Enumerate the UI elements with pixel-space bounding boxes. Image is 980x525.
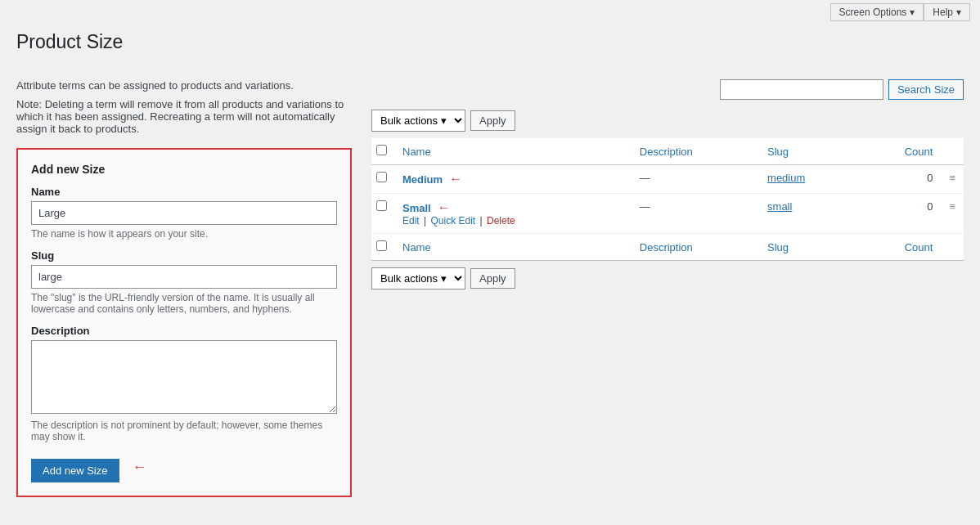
row-checkbox-0[interactable]: [376, 172, 387, 182]
col-header-description[interactable]: Description: [632, 138, 759, 165]
add-new-size-button[interactable]: Add new Size: [31, 459, 119, 482]
row-arrow-icon-0: ←: [449, 172, 462, 186]
term-actions-1: Edit | Quick Edit | Delete: [402, 215, 623, 227]
slug-label: Slug: [31, 249, 337, 262]
attribute-info-text: Attribute terms can be assigned to produ…: [16, 79, 352, 92]
name-field: Name The name is how it appears on your …: [31, 186, 337, 240]
col-header-count[interactable]: Count: [859, 138, 942, 165]
description-hint: The description is not prominent by defa…: [31, 420, 337, 442]
name-input[interactable]: [31, 201, 337, 225]
term-slug-cell-1: small: [759, 194, 859, 234]
table-header-row: Name Description Slug Count: [371, 138, 964, 165]
delete-link-1[interactable]: Delete: [487, 215, 515, 227]
screen-options-label: Screen Options: [839, 7, 907, 18]
col-footer-description[interactable]: Description: [632, 234, 759, 261]
top-bulk-bar: Bulk actions ▾ Delete Apply: [371, 110, 964, 132]
top-bar: Screen Options ▾ Help ▾: [0, 0, 980, 25]
help-chevron-icon: ▾: [956, 7, 961, 18]
col-header-slug[interactable]: Slug: [759, 138, 859, 165]
screen-options-chevron-icon: ▾: [910, 7, 915, 18]
bottom-apply-button[interactable]: Apply: [470, 268, 515, 289]
slug-input[interactable]: [31, 265, 337, 289]
name-hint: The name is how it appears on your site.: [31, 228, 337, 240]
add-new-box: Add new Size Name The name is how it app…: [16, 148, 352, 497]
search-input[interactable]: [720, 79, 883, 100]
help-button[interactable]: Help ▾: [924, 3, 970, 21]
col-footer-count[interactable]: Count: [859, 234, 942, 261]
term-description-0: —: [632, 165, 759, 194]
row-checkbox-1[interactable]: [376, 200, 387, 211]
description-label: Description: [31, 325, 337, 337]
row-arrow-icon-1: ←: [438, 200, 451, 214]
slug-field: Slug The "slug" is the URL-friendly vers…: [31, 249, 337, 315]
bottom-bulk-actions-select[interactable]: Bulk actions ▾ Delete: [371, 267, 465, 289]
term-name-cell: Small←Edit | Quick Edit | Delete: [394, 194, 632, 234]
top-apply-button[interactable]: Apply: [470, 110, 515, 131]
add-new-title: Add new Size: [31, 163, 337, 176]
page-title: Product Size: [0, 25, 980, 53]
separator-icon: |: [421, 215, 429, 227]
separator-icon: |: [477, 215, 485, 227]
terms-table: Name Description Slug Count Medium←—medi…: [371, 138, 964, 261]
row-menu-icon-0[interactable]: ≡: [941, 165, 964, 194]
bottom-bulk-bar: Bulk actions ▾ Delete Apply: [371, 267, 964, 289]
right-panel: Search Size Bulk actions ▾ Delete Apply: [371, 79, 964, 510]
term-slug-link-0[interactable]: medium: [767, 172, 805, 184]
note-text: Note: Deleting a term will remove it fro…: [16, 98, 352, 135]
name-label: Name: [31, 186, 337, 198]
search-size-button[interactable]: Search Size: [888, 79, 964, 100]
help-label: Help: [933, 7, 953, 18]
term-count-0: 0: [859, 165, 942, 194]
left-panel: Attribute terms can be assigned to produ…: [16, 79, 352, 510]
term-count-1: 0: [859, 194, 942, 234]
table-footer-row: Name Description Slug Count: [371, 234, 964, 261]
col-header-name[interactable]: Name: [394, 138, 632, 165]
slug-hint: The "slug" is the URL-friendly version o…: [31, 292, 337, 315]
main-content: Attribute terms can be assigned to produ…: [0, 66, 980, 523]
description-input[interactable]: [31, 340, 337, 414]
term-name-link-1[interactable]: Small: [402, 202, 431, 214]
screen-options-button[interactable]: Screen Options ▾: [830, 3, 924, 21]
col-footer-name[interactable]: Name: [394, 234, 632, 261]
top-bulk-actions-select[interactable]: Bulk actions ▾ Delete: [371, 110, 465, 132]
table-row: Medium←—medium0≡: [371, 165, 964, 194]
search-bar: Search Size: [371, 79, 964, 100]
table-row: Small←Edit | Quick Edit | Delete—small0≡: [371, 194, 964, 234]
submit-arrow-icon: ←: [133, 459, 147, 476]
term-name-cell: Medium←: [394, 165, 632, 194]
term-slug-cell-0: medium: [759, 165, 859, 194]
select-all-footer-checkbox[interactable]: [376, 240, 387, 251]
row-menu-icon-1[interactable]: ≡: [941, 194, 964, 234]
term-name-link-0[interactable]: Medium: [402, 173, 443, 186]
col-footer-slug[interactable]: Slug: [759, 234, 859, 261]
description-field: Description The description is not promi…: [31, 325, 337, 442]
term-slug-link-1[interactable]: small: [767, 200, 792, 213]
select-all-checkbox[interactable]: [376, 145, 387, 155]
quick-edit-link-1[interactable]: Quick Edit: [430, 215, 475, 227]
edit-link-1[interactable]: Edit: [402, 215, 420, 227]
term-description-1: —: [632, 194, 759, 234]
